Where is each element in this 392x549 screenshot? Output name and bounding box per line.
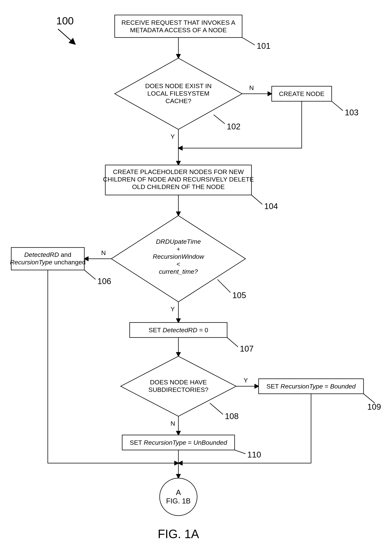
ref-108-leader (210, 403, 223, 414)
edge-108-no-label: N (170, 420, 175, 427)
ref-106: 106 (98, 277, 111, 286)
node-104-line2: CHILDREN OF NODE AND RECURSIVELY DELETE (103, 176, 254, 183)
ref-101: 101 (257, 41, 270, 50)
ref-102-leader (214, 115, 225, 124)
node-101-box (115, 15, 242, 37)
edge-102-yes-label: Y (170, 133, 175, 140)
node-102-line2: LOCAL FILESYSTEM (147, 90, 209, 97)
node-105-line5: current_time? (159, 268, 198, 275)
figure-caption: FIG. 1A (158, 527, 199, 541)
node-102-line1: DOES NODE EXIST IN (145, 82, 212, 89)
node-107-text: SET DetectedRD = 0 (149, 327, 208, 334)
connector-letter: A (176, 488, 181, 497)
ref-107-leader (227, 337, 238, 347)
node-106-line2: RecursionType unchanged (10, 259, 86, 266)
node-101-line1: RECEIVE REQUEST THAT INVOKES A (121, 19, 235, 26)
ref-110: 110 (247, 450, 261, 459)
ref-107: 107 (240, 344, 253, 353)
connector-caption: FIG. 1B (166, 497, 191, 505)
ref-109-leader (364, 394, 375, 403)
figure-number-label: 100 (56, 15, 74, 27)
node-110-text: SET RecursionType = UnBounded (130, 439, 227, 446)
node-104-line3: OLD CHILDREN OF THE NODE (132, 183, 225, 190)
node-103-line1: CREATE NODE (279, 90, 324, 97)
node-106-line1: DetectedRD and (24, 251, 71, 258)
node-105-line2: + (176, 245, 180, 253)
ref-101-leader (242, 37, 255, 45)
connector-circle (160, 478, 197, 516)
node-105-line4: < (176, 260, 180, 268)
node-105-line3: RecursionWindow (153, 253, 204, 260)
node-108-line1: DOES NODE HAVE (150, 378, 207, 386)
ref-105: 105 (232, 291, 246, 300)
node-101-line2: METADATA ACCESS OF A NODE (130, 26, 227, 34)
ref-104: 104 (264, 202, 278, 211)
edge-108-yes-label: Y (244, 377, 248, 384)
ref-104-leader (252, 195, 262, 204)
ref-103-leader (332, 101, 343, 111)
figure-number-arrow (58, 29, 75, 44)
node-104-line1: CREATE PLACEHOLDER NODES FOR NEW (113, 168, 244, 175)
ref-102: 102 (227, 122, 240, 131)
ref-103: 103 (345, 108, 358, 117)
ref-108: 108 (225, 412, 238, 421)
node-109-text: SET RecursionType = Bounded (266, 383, 356, 390)
node-105-line1: DRDUpateTime (156, 238, 201, 245)
edge-105-yes-label: Y (170, 306, 175, 313)
ref-110-leader (235, 450, 245, 454)
ref-109: 109 (367, 402, 381, 411)
node-108-line2: SUBDIRECTORIES? (148, 386, 209, 393)
edge-102-no-label: N (249, 84, 254, 91)
ref-105-leader (217, 279, 231, 292)
node-102-line3: CACHE? (165, 97, 191, 104)
ref-106-leader (84, 270, 96, 279)
flowchart-svg: 100 RECEIVE REQUEST THAT INVOKES A METAD… (0, 0, 392, 549)
edge-105-no-label: N (101, 249, 106, 256)
